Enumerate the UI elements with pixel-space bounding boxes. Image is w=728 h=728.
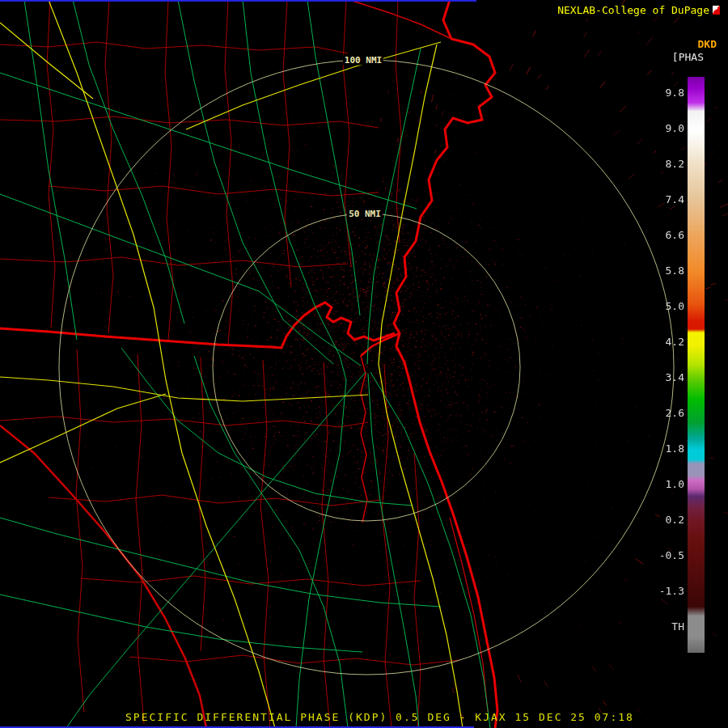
product-code-label: DKD (698, 38, 717, 50)
colorbar-tick-label: 1.8 (666, 442, 684, 455)
colorbar-tick-label: 5.0 (666, 300, 684, 313)
range-ring-label-50nmi: 50 NMI (347, 209, 383, 219)
road-yellow (186, 42, 441, 129)
radar-display: 100 NMI 50 NMI NEXLAB-College of DuPage … (0, 0, 728, 728)
road-green (367, 49, 421, 364)
county-boundary (49, 186, 379, 196)
county-boundary (225, 0, 233, 344)
coastline-path (394, 0, 497, 728)
river-path (349, 0, 451, 39)
range-ring (59, 60, 674, 675)
attribution-text: NEXLAB-College of DuPage (557, 4, 709, 16)
road-green (178, 0, 333, 364)
state-line-path (0, 303, 395, 348)
county-boundary (396, 0, 401, 243)
range-ring (213, 214, 520, 521)
county-boundary (0, 257, 348, 267)
cod-logo-icon (713, 6, 720, 15)
county-boundary (76, 349, 84, 712)
border-top-line (0, 0, 476, 2)
colorbar-tick-label: TH (671, 620, 684, 633)
river-path (361, 356, 367, 523)
colorbar-tick-label: 7.4 (666, 193, 684, 206)
colorbar-tick-label: 0.2 (666, 514, 684, 527)
colorbar-tick-label: -1.3 (659, 585, 684, 598)
river-path (0, 425, 206, 728)
road-green (73, 0, 184, 324)
county-boundary (199, 358, 205, 651)
colorbar-tick-label: 9.0 (666, 122, 684, 135)
road-green (370, 372, 490, 728)
colorbar-tick-label: 1.0 (666, 478, 684, 491)
county-boundary (136, 354, 144, 724)
caption: SPECIFIC DIFFERENTIAL PHASE (KDP) 0.5 DE… (125, 711, 634, 723)
product-units-label: [PHAS (672, 51, 704, 63)
colorbar-tick-label: 9.8 (666, 87, 684, 99)
county-boundary (283, 0, 291, 287)
county-boundary (47, 0, 55, 328)
road-yellow (0, 23, 93, 99)
road-yellow (0, 377, 368, 401)
county-boundary (260, 360, 270, 728)
range-ring-label-100nmi: 100 NMI (343, 55, 383, 66)
road-green (0, 595, 362, 652)
colorbar-tick-label: 6.6 (666, 229, 684, 242)
colorbar-tick-label: 4.2 (666, 336, 684, 349)
county-boundary (0, 116, 379, 128)
county-boundary (414, 453, 421, 728)
road-green (0, 73, 417, 209)
colorbar-tick-label: 5.8 (666, 265, 684, 277)
colorbar-tick-label: -0.5 (659, 549, 684, 562)
road-yellow (49, 0, 275, 728)
attribution: NEXLAB-College of DuPage (557, 4, 720, 16)
colorbar-tick-label: 8.2 (666, 158, 684, 171)
colorbar-tick-label: 2.6 (666, 407, 684, 420)
county-boundary (0, 42, 348, 53)
colorbar-strip (688, 77, 705, 653)
colorbar-tick-label: 3.4 (666, 371, 684, 384)
map-vector-layer (0, 0, 728, 728)
road-yellow (379, 44, 463, 728)
county-boundary (81, 576, 421, 586)
county-boundary (165, 0, 173, 340)
road-green (243, 0, 346, 728)
